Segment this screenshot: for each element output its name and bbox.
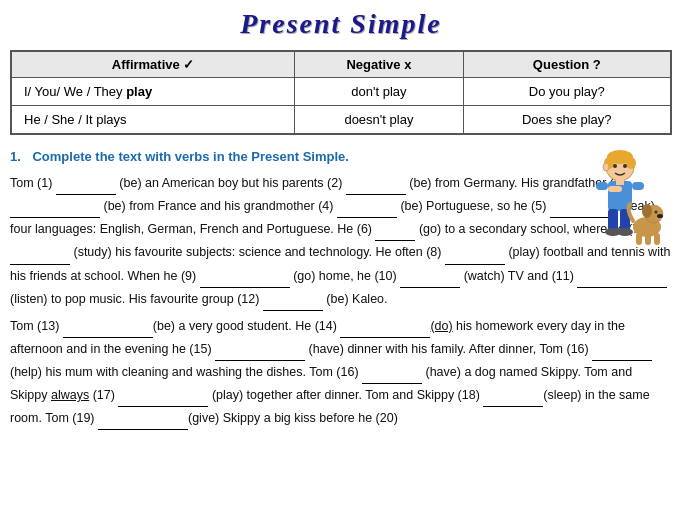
svg-point-20 bbox=[657, 214, 663, 218]
exercise-section: 1. Complete the text with verbs in the P… bbox=[10, 149, 672, 430]
svg-point-15 bbox=[617, 228, 633, 236]
svg-rect-8 bbox=[616, 179, 624, 185]
affirmative-1: I/ You/ We / They play bbox=[11, 78, 295, 106]
svg-rect-22 bbox=[645, 233, 651, 245]
header-question: Question ? bbox=[463, 51, 671, 78]
svg-point-6 bbox=[603, 163, 609, 171]
svg-rect-21 bbox=[636, 233, 642, 245]
exercise-text: Tom (1) (be) an American boy but his par… bbox=[10, 172, 672, 430]
negative-2: doesn't play bbox=[295, 106, 463, 135]
table-row: He / She / It plays doesn't play Does sh… bbox=[11, 106, 671, 135]
header-affirmative: Affirmative ✓ bbox=[11, 51, 295, 78]
svg-point-5 bbox=[623, 164, 627, 168]
page-title: Present Simple bbox=[10, 8, 672, 40]
grammar-table: Affirmative ✓ Negative x Question ? I/ Y… bbox=[10, 50, 672, 135]
svg-point-4 bbox=[613, 164, 617, 168]
character-illustration bbox=[582, 149, 667, 264]
question-2: Does she play? bbox=[463, 106, 671, 135]
svg-rect-11 bbox=[632, 182, 644, 190]
svg-rect-12 bbox=[608, 209, 618, 231]
svg-rect-23 bbox=[654, 233, 660, 245]
affirmative-2: He / She / It plays bbox=[11, 106, 295, 135]
negative-1: don't play bbox=[295, 78, 463, 106]
header-negative: Negative x bbox=[295, 51, 463, 78]
svg-point-18 bbox=[642, 204, 652, 218]
svg-rect-10 bbox=[608, 186, 622, 192]
svg-point-3 bbox=[626, 157, 636, 169]
svg-point-19 bbox=[655, 211, 658, 214]
svg-rect-9 bbox=[596, 182, 608, 190]
question-1: Do you play? bbox=[463, 78, 671, 106]
exercise-title: 1. Complete the text with verbs in the P… bbox=[10, 149, 672, 164]
table-row: I/ You/ We / They play don't play Do you… bbox=[11, 78, 671, 106]
